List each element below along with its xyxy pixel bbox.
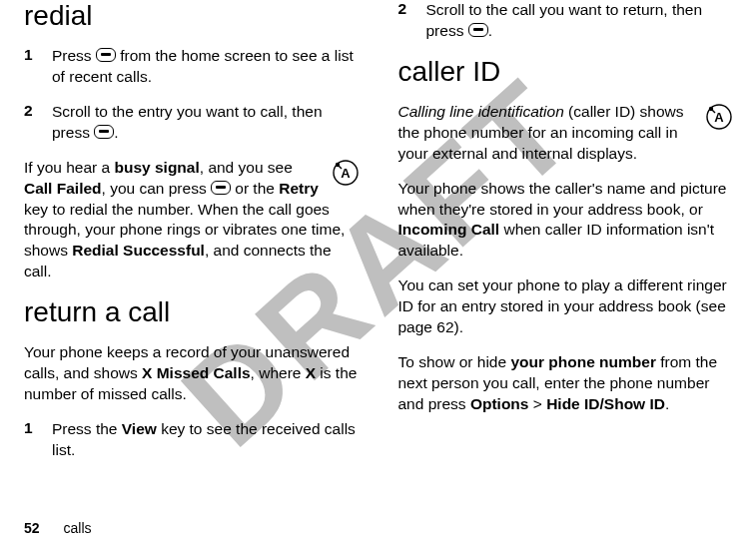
text-ui: X Missed Calls bbox=[142, 364, 251, 381]
text: Press the bbox=[52, 420, 122, 437]
caller-id-paragraph-4: To show or hide your phone number from t… bbox=[398, 352, 733, 415]
text-ui: Incoming Call bbox=[398, 221, 500, 238]
text: . bbox=[488, 22, 492, 39]
redial-step-2: 2 Scroll to the entry you want to call, … bbox=[24, 102, 359, 144]
text-ui: Redial Successful bbox=[72, 242, 205, 259]
return-step-2: 2 Scroll to the call you want to return,… bbox=[398, 0, 733, 42]
text: , and you see bbox=[200, 159, 293, 176]
text: Scroll to the call you want to return, t… bbox=[426, 1, 703, 39]
text: . bbox=[665, 395, 669, 412]
step-body: Press the View key to see the received c… bbox=[52, 419, 359, 461]
svg-text:A: A bbox=[341, 166, 351, 181]
step-body: Scroll to the call you want to return, t… bbox=[426, 0, 733, 42]
antenna-icon: A bbox=[706, 104, 732, 130]
caller-id-paragraph-2: Your phone shows the caller's name and p… bbox=[398, 179, 733, 263]
text-italic: Calling line identification bbox=[398, 103, 564, 120]
busy-signal-paragraph: A If you hear a busy signal, and you see… bbox=[24, 158, 359, 283]
step-number: 2 bbox=[24, 102, 52, 144]
page-content: redial 1 Press from the home screen to s… bbox=[0, 0, 756, 475]
step-number: 1 bbox=[24, 46, 52, 88]
text-bold: busy signal bbox=[114, 159, 199, 176]
text-ui: Options bbox=[470, 395, 529, 412]
left-column: redial 1 Press from the home screen to s… bbox=[24, 0, 359, 475]
text-bold: your phone number bbox=[510, 353, 656, 370]
text: To show or hide bbox=[398, 353, 511, 370]
text: , you can press bbox=[102, 180, 211, 197]
text-ui: Call Failed bbox=[24, 180, 102, 197]
text-ui: X bbox=[306, 364, 316, 381]
step-body: Press from the home screen to see a list… bbox=[52, 46, 359, 88]
step-number: 2 bbox=[398, 0, 426, 42]
right-column: 2 Scroll to the call you want to return,… bbox=[398, 0, 733, 475]
text: , where bbox=[251, 364, 306, 381]
send-key-icon bbox=[211, 181, 231, 195]
step-number: 1 bbox=[24, 419, 52, 461]
page-number: 52 bbox=[24, 520, 40, 536]
heading-redial: redial bbox=[24, 0, 359, 32]
text-ui: View bbox=[122, 420, 157, 437]
caller-id-paragraph-1: A Calling line identification (caller ID… bbox=[398, 102, 733, 165]
step-body: Scroll to the entry you want to call, th… bbox=[52, 102, 359, 144]
send-key-icon bbox=[94, 125, 114, 139]
caller-id-paragraph-3: You can set your phone to play a differe… bbox=[398, 275, 733, 338]
text: Scroll to the entry you want to call, th… bbox=[52, 103, 323, 141]
heading-caller-id: caller ID bbox=[398, 56, 733, 88]
text-ui: Retry bbox=[279, 180, 319, 197]
redial-step-1: 1 Press from the home screen to see a li… bbox=[24, 46, 359, 88]
text: Press bbox=[52, 47, 96, 64]
text: > bbox=[528, 395, 546, 412]
send-key-icon bbox=[96, 48, 116, 62]
return-step-1: 1 Press the View key to see the received… bbox=[24, 419, 359, 461]
text: Your phone shows the caller's name and p… bbox=[398, 180, 727, 218]
section-label: calls bbox=[64, 520, 92, 536]
page-footer: 52calls bbox=[24, 520, 92, 536]
text: . bbox=[114, 124, 118, 141]
text: If you hear a bbox=[24, 159, 114, 176]
heading-return-call: return a call bbox=[24, 296, 359, 328]
return-call-paragraph: Your phone keeps a record of your unansw… bbox=[24, 342, 359, 405]
text: or the bbox=[231, 180, 279, 197]
antenna-icon: A bbox=[333, 160, 359, 186]
send-key-icon bbox=[468, 23, 488, 37]
svg-text:A: A bbox=[714, 110, 724, 125]
text-ui: Hide ID/Show ID bbox=[546, 395, 665, 412]
